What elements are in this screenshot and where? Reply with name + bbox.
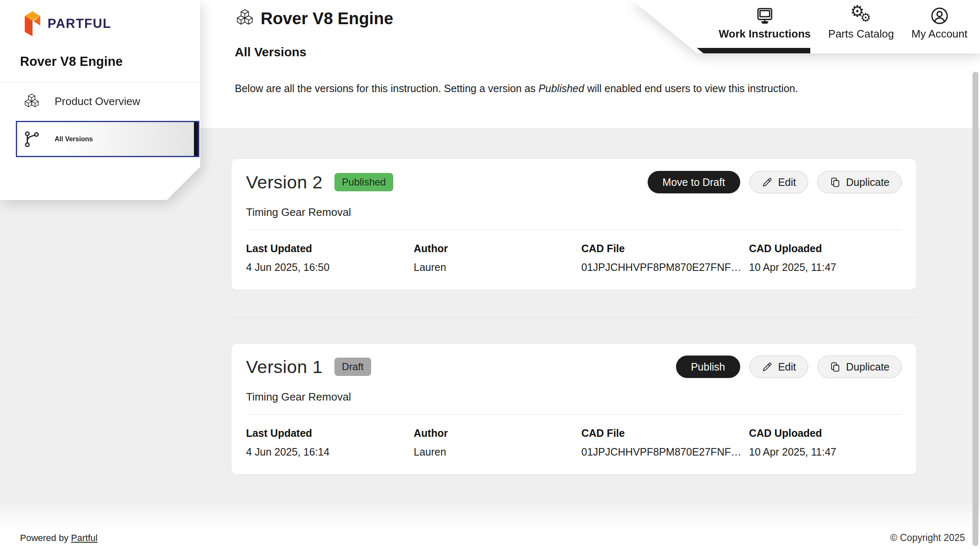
status-badge: Published xyxy=(334,173,393,191)
meta-label: Author xyxy=(414,427,581,439)
copyright: © Copyright 2025 xyxy=(890,532,965,543)
meta-col: Author Lauren xyxy=(414,243,581,273)
powered-by: Powered by Partful xyxy=(20,533,98,543)
card-divider xyxy=(246,230,902,230)
top-navigation-panel: Work Instructions ⚙⚙ Parts Catalog My Ac… xyxy=(626,0,980,53)
sidebar-menu: Product Overview All Versions xyxy=(0,82,200,157)
meta-label: CAD Uploaded xyxy=(749,427,902,439)
meta-label: CAD File xyxy=(581,243,749,255)
copy-icon xyxy=(829,361,841,373)
user-icon xyxy=(930,5,949,27)
edit-button[interactable]: Edit xyxy=(749,356,808,378)
meta-value: 01JPJCHHVPF8PM870E27FNF… xyxy=(581,446,749,458)
publish-button[interactable]: Publish xyxy=(676,356,740,378)
meta-col: CAD File 01JPJCHHVPF8PM870E27FNF… xyxy=(581,427,749,458)
meta-label: Last Updated xyxy=(246,243,414,255)
pencil-icon xyxy=(761,361,773,373)
duplicate-button-label: Duplicate xyxy=(846,361,890,373)
page: Rover V8 Engine All Versions Below are a… xyxy=(0,0,980,551)
section-description: Below are all the versions for this inst… xyxy=(235,83,860,95)
powered-by-text: Powered by xyxy=(20,533,71,543)
meta-value: 4 Jun 2025, 16:50 xyxy=(246,261,414,273)
gears-icon: ⚙⚙ xyxy=(849,5,873,27)
sidebar-item-label: All Versions xyxy=(55,135,93,143)
page-title: Rover V8 Engine xyxy=(261,9,393,28)
edit-button-label: Edit xyxy=(778,176,796,188)
tab-parts-catalog[interactable]: ⚙⚙ Parts Catalog xyxy=(828,5,894,40)
tab-label: Parts Catalog xyxy=(828,28,894,40)
scrollbar-thumb[interactable] xyxy=(972,72,978,546)
version-subtitle: Timing Gear Removal xyxy=(246,206,902,219)
meta-col: CAD Uploaded 10 Apr 2025, 11:47 xyxy=(749,427,902,458)
top-navigation: Work Instructions ⚙⚙ Parts Catalog My Ac… xyxy=(626,0,980,53)
card-divider xyxy=(246,414,902,415)
duplicate-button-label: Duplicate xyxy=(846,176,890,188)
partful-logo-icon xyxy=(24,11,41,37)
pencil-icon xyxy=(761,177,773,188)
meta-value: 10 Apr 2025, 11:47 xyxy=(749,446,902,458)
version-actions: Move to Draft Edit Duplicate xyxy=(648,171,902,193)
brand-logo-text: PARTFUL xyxy=(48,16,111,31)
edit-button-label: Edit xyxy=(778,361,796,373)
sidebar-item-all-versions[interactable]: All Versions xyxy=(16,121,199,157)
tab-my-account[interactable]: My Account xyxy=(912,5,967,40)
version-name: Version 1 xyxy=(246,357,323,377)
status-badge: Draft xyxy=(334,358,371,376)
version-meta: Last Updated 4 Jun 2025, 16:50 Author La… xyxy=(246,243,902,273)
meta-value: Lauren xyxy=(414,446,581,458)
sidebar-item-product-overview[interactable]: Product Overview xyxy=(0,82,200,121)
duplicate-button[interactable]: Duplicate xyxy=(817,171,902,193)
copy-icon xyxy=(829,177,841,188)
cubes-icon xyxy=(23,93,40,110)
meta-label: CAD Uploaded xyxy=(749,243,902,255)
meta-label: Author xyxy=(414,243,581,255)
meta-value: 4 Jun 2025, 16:14 xyxy=(246,446,414,458)
meta-value: 10 Apr 2025, 11:47 xyxy=(749,261,902,273)
duplicate-button[interactable]: Duplicate xyxy=(817,356,902,378)
version-subtitle: Timing Gear Removal xyxy=(246,391,902,403)
version-card: Version 1 Draft Publish Edit Duplica xyxy=(231,344,916,474)
partful-link[interactable]: Partful xyxy=(71,533,98,543)
meta-col: Last Updated 4 Jun 2025, 16:14 xyxy=(246,427,414,458)
tab-label: My Account xyxy=(912,28,967,40)
cubes-icon xyxy=(235,8,255,28)
meta-label: Last Updated xyxy=(246,427,414,439)
description-text-suffix: will enabled end users to view this inst… xyxy=(584,83,798,94)
move-to-draft-button[interactable]: Move to Draft xyxy=(648,171,740,193)
version-card-header: Version 2 Published Move to Draft Edit xyxy=(246,171,902,193)
meta-col: CAD Uploaded 10 Apr 2025, 11:47 xyxy=(749,243,902,273)
sidebar: PARTFUL Rover V8 Engine Product Overview xyxy=(0,0,200,200)
version-meta: Last Updated 4 Jun 2025, 16:14 Author La… xyxy=(246,427,902,458)
version-card: Version 2 Published Move to Draft Edit xyxy=(231,159,916,290)
sidebar-panel: PARTFUL Rover V8 Engine Product Overview xyxy=(0,0,200,200)
meta-value: Lauren xyxy=(414,261,581,273)
description-text: Below are all the versions for this inst… xyxy=(235,83,538,94)
version-actions: Publish Edit Duplicate xyxy=(676,356,902,378)
meta-col: Author Lauren xyxy=(414,427,581,458)
sidebar-product-title: Rover V8 Engine xyxy=(0,37,200,69)
version-name: Version 2 xyxy=(246,172,323,193)
edit-button[interactable]: Edit xyxy=(749,171,808,193)
monitor-icon xyxy=(755,5,774,27)
branch-icon xyxy=(23,130,40,148)
tab-label: Work Instructions xyxy=(719,28,811,40)
sidebar-item-label: Product Overview xyxy=(55,95,140,108)
meta-col: CAD File 01JPJCHHVPF8PM870E27FNF… xyxy=(581,243,749,273)
footer: Powered by Partful © Copyright 2025 xyxy=(0,500,980,551)
active-tab-underline xyxy=(697,48,810,53)
description-italic-word: Published xyxy=(538,83,584,94)
cards-divider xyxy=(231,317,916,318)
meta-col: Last Updated 4 Jun 2025, 16:50 xyxy=(246,243,414,273)
brand-logo[interactable]: PARTFUL xyxy=(0,0,200,37)
selected-item-accent-bar xyxy=(194,122,198,156)
tab-work-instructions[interactable]: Work Instructions xyxy=(719,5,811,40)
version-card-header: Version 1 Draft Publish Edit Duplica xyxy=(246,356,902,378)
meta-value: 01JPJCHHVPF8PM870E27FNF… xyxy=(581,261,749,273)
meta-label: CAD File xyxy=(581,427,749,439)
